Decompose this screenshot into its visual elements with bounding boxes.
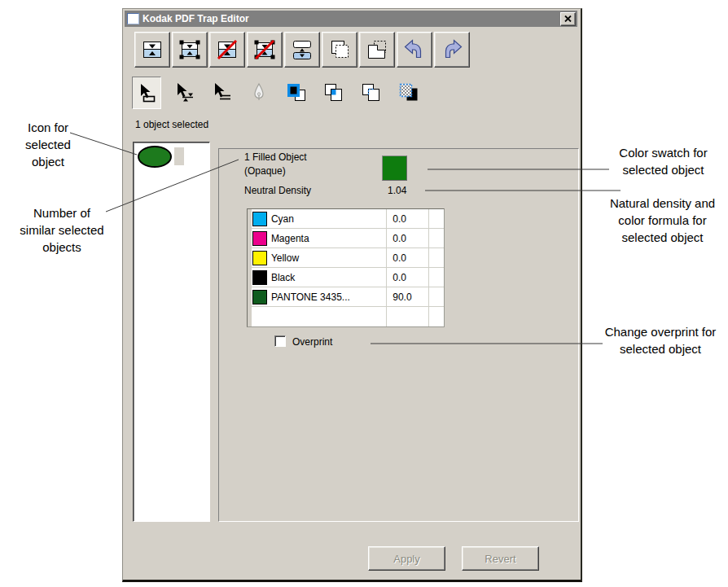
overprint-label: Overprint bbox=[292, 336, 332, 348]
spread-choke-button[interactable] bbox=[284, 32, 320, 68]
selected-objects-list[interactable] bbox=[133, 142, 210, 522]
trap-zone-button[interactable] bbox=[134, 32, 170, 68]
trap-zone-handles-icon bbox=[178, 38, 201, 61]
select-trap-tool-icon bbox=[173, 82, 195, 103]
copy-trap-icon bbox=[328, 38, 351, 61]
titlebar[interactable]: Kodak PDF Trap Editor bbox=[125, 11, 577, 27]
color-formula-table[interactable]: Cyan 0.0 Magenta 0.0 Yellow 0.0 bbox=[247, 208, 445, 327]
table-row: Magenta 0.0 bbox=[248, 229, 444, 248]
table-row: Cyan 0.0 bbox=[248, 209, 444, 229]
object-overlap-tool[interactable] bbox=[319, 77, 349, 109]
object-overlap-dashed-tool[interactable] bbox=[357, 77, 386, 109]
overprint-checkbox[interactable] bbox=[274, 335, 286, 347]
ink-value: 0.0 bbox=[386, 248, 428, 267]
table-row: PANTONE 3435... 90.0 bbox=[248, 287, 444, 307]
selection-marker bbox=[174, 147, 184, 165]
ink-swatch-yellow bbox=[252, 251, 267, 265]
ink-swatch-black bbox=[252, 270, 267, 285]
redo-button[interactable] bbox=[434, 32, 470, 68]
ink-value: 0.0 bbox=[386, 268, 428, 287]
select-equal-tool[interactable] bbox=[207, 77, 236, 109]
object-mask-icon bbox=[398, 82, 419, 103]
table-gutter bbox=[248, 209, 252, 326]
annotation-color-swatch: Color swatch for selected object bbox=[599, 144, 728, 178]
table-row: Yellow 0.0 bbox=[248, 248, 444, 268]
ink-swatch-pantone bbox=[252, 290, 267, 304]
select-trap-tool[interactable] bbox=[169, 77, 199, 109]
ink-value: 0.0 bbox=[386, 229, 428, 248]
table-row-empty bbox=[248, 307, 444, 326]
object-detail-panel: 1 Filled Object (Opaque) Neutral Density… bbox=[218, 148, 579, 522]
object-opacity-label: (Opaque) bbox=[244, 165, 286, 177]
ink-name: Cyan bbox=[271, 209, 386, 228]
selection-status: 1 object selected bbox=[135, 119, 208, 130]
neutral-density-value: 1.04 bbox=[388, 185, 406, 196]
close-icon bbox=[564, 15, 572, 22]
ink-value: 0.0 bbox=[386, 209, 428, 228]
select-object-tool-icon bbox=[136, 82, 157, 103]
annotation-natural-density: Natural density and color formula for se… bbox=[597, 195, 728, 246]
table-row: Black 0.0 bbox=[248, 268, 444, 287]
spread-choke-icon bbox=[291, 38, 314, 61]
no-trap-zone-icon bbox=[216, 38, 239, 61]
color-swatch bbox=[382, 156, 407, 181]
object-overlap-icon bbox=[323, 82, 344, 103]
select-equal-tool-icon bbox=[211, 82, 232, 103]
select-object-tool[interactable] bbox=[132, 77, 161, 109]
no-trap-zone-button[interactable] bbox=[209, 32, 245, 68]
pen-tool-icon bbox=[248, 82, 270, 103]
redo-icon bbox=[441, 38, 463, 61]
copy-trap-button[interactable] bbox=[322, 32, 357, 68]
pen-tool[interactable] bbox=[244, 77, 274, 109]
selected-object-icon bbox=[138, 146, 172, 168]
no-trap-zone-handles-icon bbox=[253, 38, 276, 61]
object-overlap-dashed-icon bbox=[361, 82, 382, 103]
paste-shape-icon bbox=[366, 38, 388, 61]
close-button[interactable] bbox=[560, 12, 576, 26]
undo-icon bbox=[403, 38, 426, 61]
object-count-label: 1 Filled Object bbox=[244, 151, 307, 163]
window-title: Kodak PDF Trap Editor bbox=[143, 13, 560, 24]
window-icon bbox=[127, 13, 139, 24]
undo-button[interactable] bbox=[397, 32, 432, 68]
ink-name: PANTONE 3435... bbox=[271, 287, 386, 306]
neutral-density-label: Neutral Density bbox=[244, 185, 311, 196]
annotation-change-overprint: Change overprint for selected object bbox=[593, 323, 728, 357]
ink-swatch-cyan bbox=[252, 212, 267, 226]
annotation-number-of-similar-objects: Number of similar selected objects bbox=[0, 204, 124, 256]
trap-zone-handles-button[interactable] bbox=[172, 32, 208, 68]
apply-button[interactable]: Apply bbox=[368, 546, 445, 571]
ink-value: 90.0 bbox=[386, 287, 428, 306]
trap-zone-icon bbox=[141, 38, 164, 61]
trap-editor-window: Kodak PDF Trap Editor bbox=[122, 8, 582, 582]
revert-button[interactable]: Revert bbox=[462, 546, 539, 571]
annotation-icon-for-selected-object: Icon for selected object bbox=[7, 119, 90, 170]
object-mask-tool[interactable] bbox=[394, 77, 423, 109]
ink-name: Yellow bbox=[271, 248, 386, 267]
ink-name: Magenta bbox=[271, 229, 386, 248]
toolbar-top bbox=[134, 32, 470, 68]
ink-swatch-magenta bbox=[252, 231, 267, 246]
ink-name: Black bbox=[271, 268, 386, 287]
object-in-front-icon bbox=[286, 82, 307, 103]
paste-shape-button[interactable] bbox=[359, 32, 395, 68]
no-trap-zone-handles-button[interactable] bbox=[247, 32, 283, 68]
toolbar-tools bbox=[132, 77, 423, 109]
object-in-front-tool[interactable] bbox=[282, 77, 311, 109]
